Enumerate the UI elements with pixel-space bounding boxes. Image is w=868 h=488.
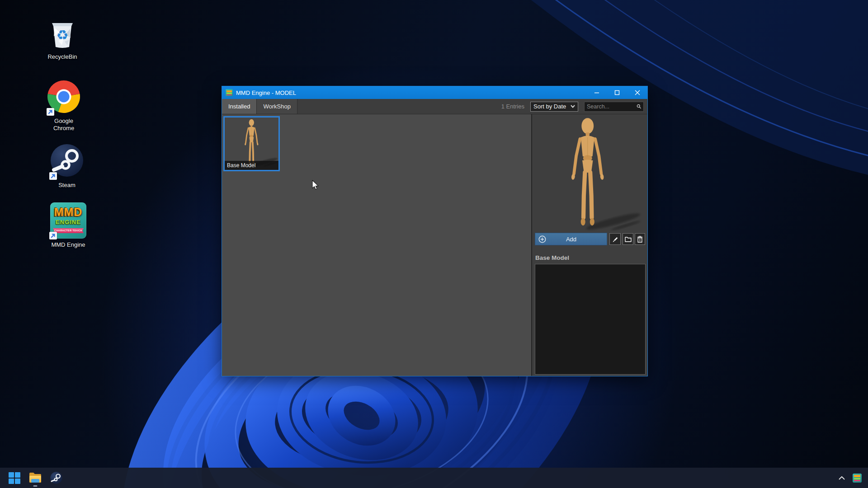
desktop-icon-label: Steam bbox=[58, 182, 75, 189]
desktop-icon-steam[interactable]: Steam bbox=[42, 144, 92, 189]
toolbar: Installed WorkShop 1 Entries Sort by Dat… bbox=[222, 99, 647, 114]
model-card-label: Base Model bbox=[225, 161, 278, 170]
delete-button[interactable] bbox=[635, 233, 645, 245]
pencil-icon bbox=[612, 236, 618, 243]
taskbar bbox=[0, 468, 868, 488]
sort-dropdown-value: Sort by Date bbox=[533, 103, 569, 110]
mmd-icon-subtitle: ENGINE bbox=[50, 219, 86, 225]
model-description-box bbox=[535, 264, 646, 375]
desktop-icon-mmd-engine[interactable]: MMD ENGINE CHARACTER TOUCH SYSTEM MMD En… bbox=[43, 202, 93, 249]
start-button[interactable] bbox=[5, 469, 24, 487]
desktop-icon-google-chrome[interactable]: Google Chrome bbox=[39, 80, 89, 132]
plus-circle-icon bbox=[538, 235, 546, 243]
model-name-heading: Base Model bbox=[535, 254, 569, 261]
mmd-icon-title: MMD bbox=[50, 206, 86, 219]
tab-installed[interactable]: Installed bbox=[222, 99, 257, 114]
windows-start-icon bbox=[9, 472, 20, 484]
desktop-icon-label: Google Chrome bbox=[48, 117, 80, 132]
sort-dropdown[interactable]: Sort by Date bbox=[530, 102, 578, 112]
entries-count: 1 Entries bbox=[501, 103, 524, 110]
file-explorer-button[interactable] bbox=[26, 469, 44, 487]
add-button-label: Add bbox=[546, 236, 596, 243]
folder-icon bbox=[625, 236, 632, 242]
system-tray bbox=[835, 469, 868, 487]
search-box bbox=[584, 102, 644, 112]
maximize-button[interactable] bbox=[607, 86, 627, 99]
steam-icon bbox=[50, 144, 84, 179]
window-app-icon bbox=[226, 89, 233, 96]
tab-workshop[interactable]: WorkShop bbox=[257, 99, 297, 114]
detail-panel: Add bbox=[532, 114, 647, 376]
chevron-down-icon bbox=[571, 105, 575, 108]
close-icon bbox=[635, 90, 640, 95]
chevron-up-icon bbox=[839, 476, 845, 480]
model-grid: Base Model bbox=[222, 114, 531, 376]
action-row: Add bbox=[532, 233, 648, 245]
mmd-engine-icon: MMD ENGINE CHARACTER TOUCH SYSTEM bbox=[50, 202, 86, 239]
edit-button[interactable] bbox=[609, 233, 621, 245]
minimize-icon bbox=[594, 90, 599, 95]
search-input[interactable] bbox=[587, 103, 637, 110]
steam-taskbar-button[interactable] bbox=[47, 469, 65, 487]
window-titlebar[interactable]: MMD Engine - MODEL bbox=[222, 86, 647, 99]
model-card-base-model[interactable]: Base Model bbox=[223, 116, 280, 171]
mmd-engine-window: MMD Engine - MODEL Installed WorkShop 1 … bbox=[222, 86, 648, 376]
open-folder-button[interactable] bbox=[623, 233, 633, 245]
tab-label: WorkShop bbox=[263, 103, 290, 110]
close-button[interactable] bbox=[627, 86, 647, 99]
svg-text:♻: ♻ bbox=[57, 27, 69, 43]
shortcut-arrow-icon bbox=[49, 172, 57, 180]
shortcut-arrow-icon bbox=[49, 232, 57, 239]
trash-icon bbox=[637, 236, 643, 243]
desktop-icon-label: RecycleBin bbox=[47, 53, 77, 61]
show-hidden-icons-button[interactable] bbox=[835, 469, 848, 487]
file-explorer-icon bbox=[29, 472, 42, 483]
add-button[interactable]: Add bbox=[535, 233, 607, 245]
minimize-button[interactable] bbox=[586, 86, 607, 99]
desktop: ♻ RecycleBin Google Chrome bbox=[0, 0, 868, 488]
tab-label: Installed bbox=[228, 103, 250, 110]
desktop-icon-label: MMD Engine bbox=[51, 241, 85, 249]
window-content: Base Model bbox=[222, 114, 647, 376]
mmd-icon-ribbon: CHARACTER TOUCH SYSTEM bbox=[53, 228, 84, 233]
recycle-bin-icon: ♻ bbox=[48, 19, 76, 51]
running-indicator bbox=[33, 485, 38, 487]
maximize-icon bbox=[614, 90, 620, 95]
steam-taskbar-icon bbox=[50, 472, 62, 484]
model-preview bbox=[532, 115, 648, 231]
window-title: MMD Engine - MODEL bbox=[236, 89, 586, 96]
search-icon bbox=[637, 103, 641, 110]
mmd-tray-icon[interactable] bbox=[853, 474, 862, 483]
chrome-icon bbox=[47, 80, 80, 115]
desktop-icon-recycle-bin[interactable]: ♻ RecycleBin bbox=[38, 19, 87, 61]
shortcut-arrow-icon bbox=[47, 108, 54, 116]
